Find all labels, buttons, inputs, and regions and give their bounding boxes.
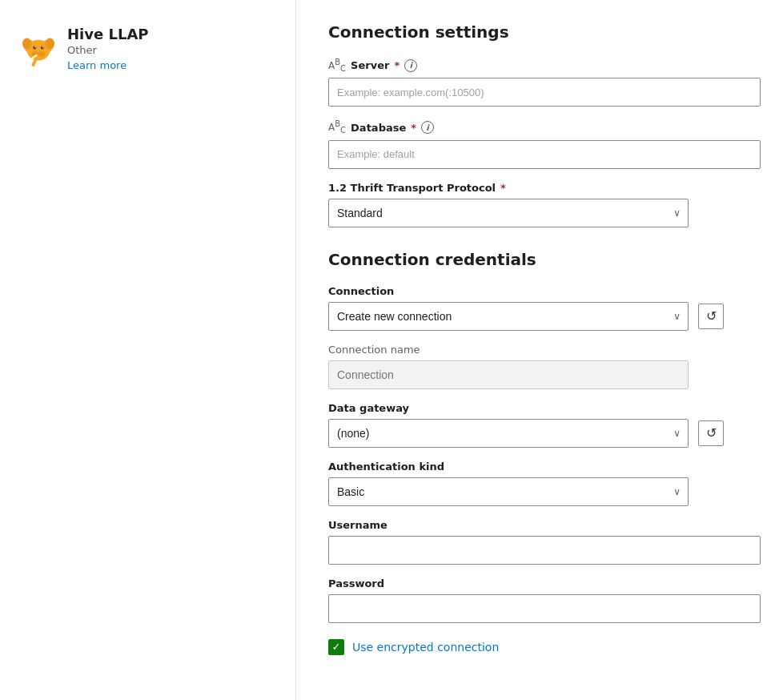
connection-dropdown[interactable]: Create new connection [328, 302, 689, 331]
server-input[interactable] [328, 78, 761, 107]
auth-kind-label-row: Authentication kind [328, 461, 743, 473]
data-gateway-refresh-button[interactable]: ↺ [698, 420, 724, 446]
encrypted-label[interactable]: Use encrypted connection [352, 641, 499, 654]
password-input[interactable] [328, 594, 761, 623]
data-gateway-field-group: Data gateway (none) ∨ ↺ [328, 402, 743, 448]
connection-label-row: Connection [328, 285, 743, 297]
connection-settings-title: Connection settings [328, 22, 743, 42]
auth-kind-label-text: Authentication kind [328, 461, 444, 473]
hive-llap-icon [19, 30, 58, 68]
thrift-dropdown[interactable]: Standard HTTP Binary [328, 199, 689, 227]
encrypted-connection-row: ✓ Use encrypted connection [328, 639, 743, 655]
auth-kind-dropdown[interactable]: Basic Windows Anonymous [328, 477, 689, 506]
svg-point-4 [46, 38, 54, 49]
data-gateway-dropdown[interactable]: (none) [328, 419, 689, 448]
svg-point-6 [38, 51, 45, 56]
learn-more-link[interactable]: Learn more [67, 59, 126, 71]
data-gateway-refresh-icon: ↺ [706, 425, 717, 441]
svg-point-10 [42, 46, 44, 47]
svg-point-7 [33, 46, 36, 49]
thrift-label-text: 1.2 Thrift Transport Protocol [328, 182, 496, 194]
credentials-section-title: Connection credentials [328, 250, 743, 269]
svg-point-8 [41, 46, 44, 49]
password-label-text: Password [328, 577, 384, 589]
auth-kind-dropdown-container: Basic Windows Anonymous ∨ [328, 477, 689, 506]
data-gateway-label-row: Data gateway [328, 402, 743, 414]
sidebar: Hive LLAP Other Learn more [0, 0, 296, 700]
connection-name-label: Connection name [328, 344, 743, 356]
username-field-group: Username [328, 519, 743, 565]
auth-kind-field-group: Authentication kind Basic Windows Anonym… [328, 461, 743, 506]
server-abc-icon: ABC [328, 58, 346, 73]
database-abc-icon: ABC [328, 119, 346, 135]
thrift-label-row: 1.2 Thrift Transport Protocol * [328, 182, 743, 194]
connection-settings-section: Connection settings ABC Server * i ABC D… [328, 22, 743, 227]
database-label-text: Database [351, 122, 406, 134]
app-category: Other [67, 44, 149, 56]
connection-refresh-button[interactable]: ↺ [698, 304, 724, 329]
refresh-icon: ↺ [706, 308, 717, 324]
database-input[interactable] [328, 140, 761, 169]
username-label-row: Username [328, 519, 743, 531]
server-info-icon[interactable]: i [404, 59, 417, 72]
main-content: Connection settings ABC Server * i ABC D… [296, 0, 775, 700]
connection-label-text: Connection [328, 285, 394, 297]
database-info-icon[interactable]: i [421, 121, 434, 134]
sidebar-header: Hive LLAP Other Learn more [19, 26, 149, 71]
data-gateway-dropdown-wrapper: (none) ∨ ↺ [328, 419, 724, 448]
connection-name-field-group: Connection name [328, 344, 743, 389]
password-field-group: Password [328, 577, 743, 623]
connection-name-input[interactable] [328, 360, 689, 389]
connection-dropdown-container: Create new connection ∨ [328, 302, 689, 331]
data-gateway-dropdown-container: (none) ∨ [328, 419, 689, 448]
sidebar-info: Hive LLAP Other Learn more [67, 26, 149, 71]
server-label-text: Server [351, 59, 389, 71]
database-required: * [411, 122, 416, 134]
thrift-dropdown-container: Standard HTTP Binary ∨ [328, 199, 689, 227]
password-label-row: Password [328, 577, 743, 589]
server-required: * [394, 59, 400, 71]
database-label-row: ABC Database * i [328, 119, 743, 135]
server-label-row: ABC Server * i [328, 58, 743, 73]
thrift-required: * [500, 182, 506, 194]
svg-point-9 [34, 46, 36, 47]
app-title: Hive LLAP [67, 26, 149, 42]
checkmark-icon: ✓ [332, 641, 341, 653]
username-input[interactable] [328, 536, 761, 565]
connection-field-group: Connection Create new connection ∨ ↺ [328, 285, 743, 331]
connection-dropdown-wrapper: Create new connection ∨ ↺ [328, 302, 724, 331]
connection-credentials-section: Connection credentials Connection Create… [328, 250, 743, 655]
svg-point-3 [22, 38, 31, 49]
server-field-group: ABC Server * i [328, 58, 743, 107]
data-gateway-label-text: Data gateway [328, 402, 409, 414]
database-field-group: ABC Database * i [328, 119, 743, 168]
username-label-text: Username [328, 519, 388, 531]
thrift-field-group: 1.2 Thrift Transport Protocol * Standard… [328, 182, 743, 227]
encrypted-checkbox[interactable]: ✓ [328, 639, 344, 655]
